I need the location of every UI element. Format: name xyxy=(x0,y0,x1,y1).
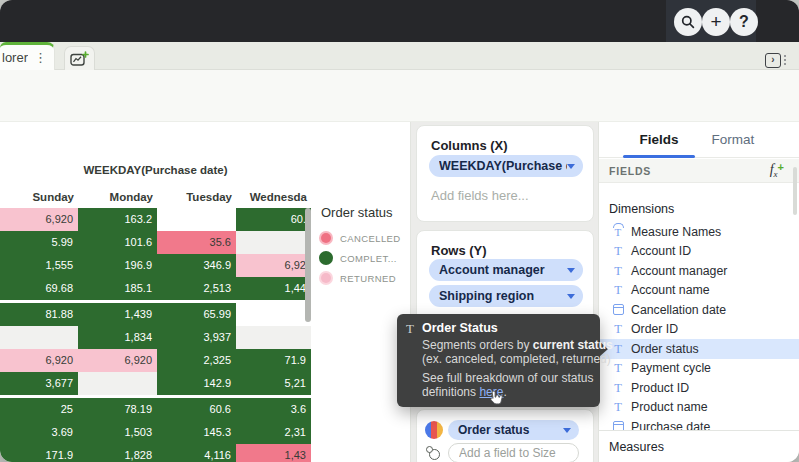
size-field-input[interactable] xyxy=(448,443,579,462)
chevron-down-icon xyxy=(567,294,575,299)
heatmap-cell[interactable]: 6,920 xyxy=(78,349,157,372)
heatmap-cell[interactable]: 60. xyxy=(236,208,311,231)
heatmap-cell[interactable]: 346.9 xyxy=(157,254,236,277)
tab-menu-icon[interactable]: ⋮ xyxy=(34,51,47,64)
marks-shelf: Order status xyxy=(416,409,594,462)
heatmap-cell[interactable]: 1,828 xyxy=(78,444,157,462)
field-pill-shipping-region[interactable]: Shipping region xyxy=(429,285,583,307)
heatmap-cell[interactable]: 196.9 xyxy=(78,254,157,277)
heatmap-cell[interactable]: 3.6 xyxy=(236,398,311,421)
heatmap-cell[interactable]: 69.68 xyxy=(0,277,78,300)
heatmap-cell[interactable]: 6,92 xyxy=(236,254,311,277)
heatmap-cell[interactable]: 3,677 xyxy=(0,372,78,395)
tooltip-body-line2: (ex. canceled, completed, returned) xyxy=(422,352,611,366)
heatmap-cell[interactable]: 60.6 xyxy=(157,398,236,421)
collapse-panel-button[interactable]: › xyxy=(765,51,795,69)
field-item-account-manager[interactable]: TAccount manager xyxy=(599,261,799,281)
panel-scrollbar[interactable] xyxy=(793,167,797,215)
tab-fields[interactable]: Fields xyxy=(623,122,695,158)
heatmap-cell[interactable]: 185.1 xyxy=(78,277,157,300)
heatmap-cell[interactable]: 5.99 xyxy=(0,231,78,254)
table-row: 3,677142.95,21 xyxy=(0,372,311,395)
heatmap-cell[interactable]: 5,21 xyxy=(236,372,311,395)
heatmap-cell[interactable]: 1,834 xyxy=(78,326,157,349)
measure-names-icon: T xyxy=(611,225,625,238)
heatmap-table[interactable]: 6,920163.260.5.99101.635.61,555196.9346.… xyxy=(0,208,311,462)
heatmap-cell[interactable]: 6,920 xyxy=(0,208,78,231)
heatmap-cell[interactable]: 1,503 xyxy=(78,421,157,444)
heatmap-cell[interactable]: 145.3 xyxy=(157,421,236,444)
field-item-cancellation-date[interactable]: Cancellation date xyxy=(599,300,799,320)
heatmap-cell[interactable]: 3.69 xyxy=(0,421,78,444)
heatmap-cell[interactable]: 1,44 xyxy=(236,277,311,300)
add-fields-placeholder[interactable]: Add fields here... xyxy=(431,188,529,203)
new-chart-icon xyxy=(70,51,89,67)
heatmap-cell[interactable]: 142.9 xyxy=(157,372,236,395)
field-item-label: Purchase date xyxy=(631,420,710,430)
heatmap-cell[interactable]: 1,555 xyxy=(0,254,78,277)
table-row: 1,555196.9346.96,92 xyxy=(0,254,311,277)
field-item-measure-names[interactable]: TMeasure Names xyxy=(599,222,799,242)
heatmap-cell[interactable] xyxy=(0,326,78,349)
dimensions-label: Dimensions xyxy=(609,202,674,216)
field-tooltip: T Order Status Segments orders by curren… xyxy=(397,314,600,407)
table-scrollbar[interactable] xyxy=(305,208,311,322)
heatmap-cell[interactable]: 65.99 xyxy=(157,303,236,326)
heatmap-cell[interactable]: 78.19 xyxy=(78,398,157,421)
heatmap-cell[interactable]: 3,937 xyxy=(157,326,236,349)
field-item-account-id[interactable]: TAccount ID xyxy=(599,242,799,262)
field-item-order-id[interactable]: TOrder ID xyxy=(599,320,799,340)
heatmap-cell[interactable] xyxy=(157,208,236,231)
heatmap-cell[interactable]: 35.6 xyxy=(157,231,236,254)
heatmap-cell[interactable]: 171.9 xyxy=(0,444,78,462)
create-button[interactable]: + xyxy=(702,8,730,36)
field-item-label: Account ID xyxy=(631,244,691,258)
question-icon: ? xyxy=(739,14,749,30)
heatmap-cell[interactable]: 6,920 xyxy=(0,349,78,372)
heatmap-cell[interactable]: 2,513 xyxy=(157,277,236,300)
field-item-product-name[interactable]: TProduct name xyxy=(599,398,799,418)
heatmap-cell[interactable]: 1,439 xyxy=(78,303,157,326)
heatmap-cell[interactable] xyxy=(236,231,311,254)
table-row: 3.691,503145.32,31 xyxy=(0,421,311,444)
heatmap-cell[interactable] xyxy=(236,303,311,326)
size-icon xyxy=(426,446,442,462)
field-pill-weekday[interactable]: WEEKDAY(Purchase date) xyxy=(429,155,583,177)
heatmap-cell[interactable]: 2,31 xyxy=(236,421,311,444)
table-row: 6,920163.260. xyxy=(0,208,311,231)
table-row: 5.99101.635.6 xyxy=(0,231,311,254)
toolbar: ↔ Σ ↑ ↓ Quick charts Table xyxy=(0,70,799,122)
field-item-label: Order status xyxy=(631,342,699,356)
field-item-payment-cycle[interactable]: TPayment cycle xyxy=(599,359,799,379)
help-button[interactable]: ? xyxy=(730,8,758,36)
legend-item[interactable]: COMPLET... xyxy=(321,248,409,268)
field-item-account-name[interactable]: TAccount name xyxy=(599,281,799,301)
heatmap-cell[interactable] xyxy=(236,326,311,349)
search-button[interactable] xyxy=(674,8,702,36)
field-item-purchase-date[interactable]: Purchase date xyxy=(599,417,799,430)
legend-item[interactable]: CANCELLED xyxy=(321,228,409,248)
heatmap-cell[interactable]: 163.2 xyxy=(78,208,157,231)
heatmap-cell[interactable]: 4,116 xyxy=(157,444,236,462)
panel-dots-icon xyxy=(784,55,786,65)
field-item-label: Account name xyxy=(631,283,710,297)
tab-label: lorer xyxy=(2,50,28,65)
field-pill-order-status[interactable]: Order status xyxy=(448,420,579,440)
chart-canvas: WEEKDAY(Purchase date) SundayMondayTuesd… xyxy=(0,122,410,462)
tab-explorer[interactable]: lorer ⋮ xyxy=(0,42,55,70)
heatmap-cell[interactable]: 81.88 xyxy=(0,303,78,326)
heatmap-cell[interactable]: 101.6 xyxy=(78,231,157,254)
heatmap-cell[interactable]: 1,43 xyxy=(236,444,311,462)
legend-item[interactable]: RETURNED xyxy=(321,268,409,288)
add-calculated-field-button[interactable]: fx+ xyxy=(770,162,784,179)
heatmap-cell[interactable]: 25 xyxy=(0,398,78,421)
field-pill-account-manager[interactable]: Account manager xyxy=(429,259,583,281)
heatmap-cell[interactable]: 71.9 xyxy=(236,349,311,372)
field-item-product-id[interactable]: TProduct ID xyxy=(599,378,799,398)
table-row: 69.68185.12,5131,44 xyxy=(0,277,311,300)
new-chart-tab-button[interactable] xyxy=(64,46,95,70)
field-item-order-status[interactable]: TOrder status xyxy=(599,339,799,359)
heatmap-cell[interactable]: 2,325 xyxy=(157,349,236,372)
tab-format[interactable]: Format xyxy=(705,122,761,158)
heatmap-cell[interactable] xyxy=(78,372,157,395)
